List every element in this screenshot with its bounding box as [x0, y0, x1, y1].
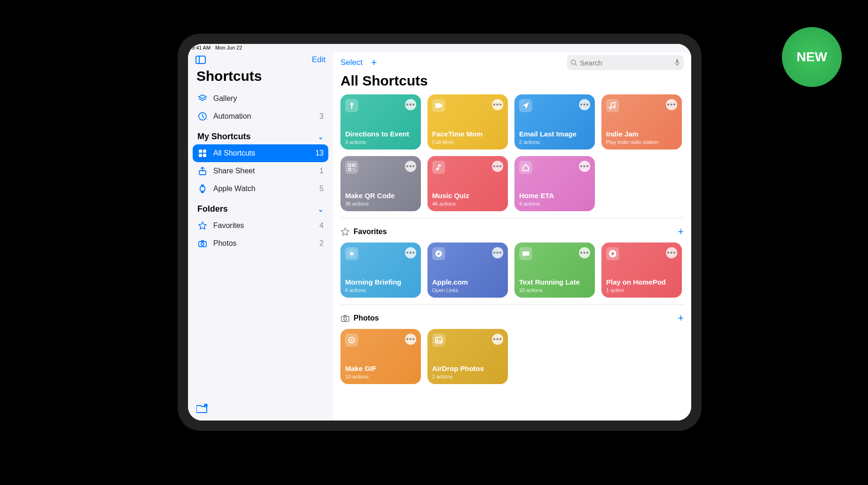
search-input[interactable] [580, 59, 672, 67]
note-icon [432, 161, 445, 174]
ipad-frame: 9:41 AM Mon Jun 22 Edit Shortcuts Galler… [178, 34, 702, 431]
add-shortcut-button[interactable]: + [371, 57, 377, 69]
sidebar-item-count: 3 [319, 112, 324, 121]
share-icon [197, 166, 208, 176]
shortcut-tile-directions-to-event[interactable]: ••• Directions to Event 3 actions [340, 94, 421, 150]
home-icon [519, 161, 532, 174]
sidebar-item-favorites[interactable]: Favorites 4 [193, 217, 328, 235]
tile-more-button[interactable]: ••• [405, 161, 416, 172]
automation-icon [197, 111, 208, 121]
shortcut-tile-morning-briefing[interactable]: ••• Morning Briefing 6 actions [340, 242, 421, 298]
star-icon [197, 221, 208, 231]
tile-more-button[interactable]: ••• [666, 99, 677, 110]
new-folder-button[interactable]: + [193, 401, 328, 416]
tile-grid: ••• Make GIF 10 actions ••• AirDrop Phot… [340, 329, 684, 384]
tile-subtitle: Play Indie radio station [606, 139, 677, 145]
ipad-screen: 9:41 AM Mon Jun 22 Edit Shortcuts Galler… [188, 44, 691, 421]
svg-point-12 [201, 243, 204, 246]
shortcut-tile-play-on-homepod[interactable]: ••• Play on HomePod 1 action [601, 242, 682, 298]
tile-subtitle: 46 actions [432, 201, 503, 207]
gallery-icon [197, 93, 208, 104]
sidebar-item-apple-watch[interactable]: Apple Watch 5 [193, 180, 328, 198]
sidebar-item-label: Gallery [213, 94, 237, 103]
tile-more-button[interactable]: ••• [405, 247, 416, 258]
svg-point-41 [344, 318, 347, 321]
sidebar-item-automation[interactable]: Automation 3 [193, 107, 328, 125]
section-folders[interactable]: Folders ⌄ [193, 198, 328, 217]
sidebar-item-share-sheet[interactable]: Share Sheet 1 [193, 162, 328, 180]
sidebar-item-label: Favorites [213, 221, 244, 230]
tile-subtitle: 6 actions [345, 287, 416, 293]
shortcut-tile-make-qr-code[interactable]: ••• Make QR Code 36 actions [340, 156, 421, 211]
shortcut-tile-make-gif[interactable]: ••• Make GIF 10 actions [340, 329, 421, 384]
shortcut-tile-music-quiz[interactable]: ••• Music Quiz 46 actions [427, 156, 508, 211]
sidebar-item-count: 2 [319, 239, 324, 248]
sidebar-item-all-shortcuts[interactable]: All Shortcuts 13 [193, 144, 328, 162]
tile-title: Indie Jam [606, 130, 677, 138]
sun-icon [345, 247, 358, 260]
tile-more-button[interactable]: ••• [405, 99, 416, 110]
tile-subtitle: 36 actions [345, 201, 416, 207]
tile-subtitle: 10 actions [519, 287, 590, 293]
tile-title: Directions to Event [345, 130, 416, 138]
svg-line-34 [349, 251, 350, 252]
safari-icon [432, 247, 445, 260]
sidebar-item-gallery[interactable]: Gallery [193, 90, 328, 107]
tile-grid: ••• Directions to Event 3 actions ••• Fa… [340, 94, 684, 211]
tile-more-button[interactable]: ••• [492, 99, 503, 110]
svg-rect-10 [201, 192, 204, 193]
camera-icon [197, 238, 208, 249]
svg-rect-44 [435, 337, 442, 343]
search-field[interactable] [567, 55, 684, 70]
tile-more-button[interactable]: ••• [666, 247, 677, 258]
shortcut-tile-email-last-image[interactable]: ••• Email Last Image 2 actions [514, 94, 595, 150]
tile-subtitle: 3 actions [345, 139, 416, 145]
svg-rect-6 [203, 154, 206, 157]
svg-text:+: + [205, 405, 207, 407]
watch-icon [197, 184, 208, 194]
sidebar-title: Shortcuts [193, 66, 328, 90]
sidebar-item-label: Automation [213, 112, 251, 121]
shortcut-tile-apple-com[interactable]: ••• Apple.com Open Links [427, 242, 508, 298]
tile-title: Music Quiz [432, 192, 503, 200]
sidebar-item-count: 4 [319, 221, 324, 230]
sidebar-toggle-icon[interactable] [195, 56, 206, 64]
video-icon [432, 99, 445, 112]
svg-rect-22 [348, 164, 351, 166]
tile-title: Play on HomePod [606, 278, 677, 286]
add-to-photos-button[interactable]: + [678, 312, 684, 324]
svg-point-29 [350, 252, 354, 256]
chevron-down-icon: ⌄ [318, 133, 324, 141]
music-icon [606, 99, 619, 112]
shortcut-tile-airdrop-photos[interactable]: ••• AirDrop Photos 2 actions [427, 329, 508, 384]
shortcut-tile-facetime-mom[interactable]: ••• FaceTime Mom Call Mom [427, 94, 508, 150]
add-to-favorites-button[interactable]: + [678, 226, 684, 238]
pin-icon [345, 99, 358, 112]
tile-title: AirDrop Photos [432, 364, 503, 373]
tile-more-button[interactable]: ••• [405, 334, 416, 345]
tile-more-button[interactable]: ••• [579, 247, 590, 258]
shortcut-tile-indie-jam[interactable]: ••• Indie Jam Play Indie radio station [601, 94, 682, 150]
play-icon [606, 247, 619, 260]
shortcut-tile-text-running-late[interactable]: ••• Text Running Late 10 actions [514, 242, 595, 298]
sidebar-item-photos[interactable]: Photos 2 [193, 235, 328, 252]
svg-rect-5 [199, 154, 202, 157]
tile-title: FaceTime Mom [432, 130, 503, 138]
tile-subtitle: 2 actions [519, 139, 590, 145]
tile-subtitle: 4 actions [519, 201, 590, 207]
tile-more-button[interactable]: ••• [579, 99, 590, 110]
tile-more-button[interactable]: ••• [492, 247, 503, 258]
select-button[interactable]: Select [340, 58, 362, 67]
svg-line-35 [354, 256, 354, 257]
tile-more-button[interactable]: ••• [579, 161, 590, 172]
shortcut-tile-home-eta[interactable]: ••• Home ETA 4 actions [514, 156, 595, 211]
svg-rect-26 [354, 170, 355, 171]
edit-button[interactable]: Edit [312, 55, 326, 64]
tile-more-button[interactable]: ••• [492, 161, 503, 172]
tile-more-button[interactable]: ••• [492, 334, 503, 345]
sidebar-item-label: Share Sheet [213, 167, 255, 175]
section-my-shortcuts[interactable]: My Shortcuts ⌄ [193, 125, 328, 144]
svg-rect-3 [199, 150, 202, 153]
star-icon [340, 227, 350, 236]
mic-icon[interactable] [674, 59, 680, 66]
